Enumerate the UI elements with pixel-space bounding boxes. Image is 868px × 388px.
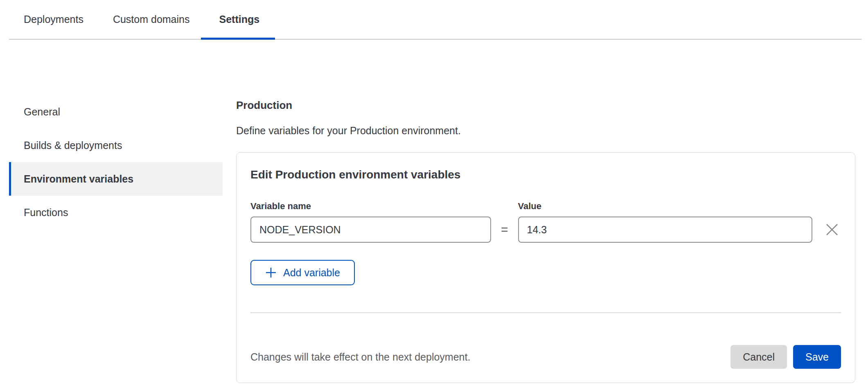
top-tab-bar: Deployments Custom domains Settings <box>9 0 861 40</box>
save-button[interactable]: Save <box>793 345 841 369</box>
card-title: Edit Production environment variables <box>250 168 841 181</box>
tab-deployments[interactable]: Deployments <box>11 0 96 39</box>
footer-note: Changes will take effect on the next dep… <box>250 351 470 363</box>
cancel-button[interactable]: Cancel <box>730 345 787 369</box>
section-title: Production <box>236 99 855 112</box>
pages-project-settings-page: Deployments Custom domains Settings Gene… <box>0 0 868 383</box>
settings-content: General Builds & deployments Environment… <box>0 40 868 383</box>
sidebar-item-functions[interactable]: Functions <box>9 196 223 229</box>
environment-variables-panel: Production Define variables for your Pro… <box>236 95 855 383</box>
tab-settings[interactable]: Settings <box>207 0 272 39</box>
sidebar-item-general-label: General <box>24 106 60 118</box>
remove-variable-button[interactable] <box>823 217 841 243</box>
plus-icon <box>265 267 277 278</box>
value-label: Value <box>518 201 812 212</box>
sidebar-item-builds-deployments[interactable]: Builds & deployments <box>9 129 223 162</box>
variable-name-input[interactable] <box>250 217 491 243</box>
value-input[interactable] <box>518 217 812 243</box>
edit-environment-variables-card: Edit Production environment variables Va… <box>236 152 855 383</box>
tab-deployments-label: Deployments <box>24 14 83 25</box>
sidebar-item-functions-label: Functions <box>24 207 68 219</box>
close-icon <box>825 223 839 237</box>
sidebar-item-environment-variables[interactable]: Environment variables <box>9 162 223 196</box>
variable-name-field: Variable name <box>250 201 491 243</box>
sidebar-item-builds-deployments-label: Builds & deployments <box>24 140 122 151</box>
section-description: Define variables for your Production env… <box>236 125 855 137</box>
add-variable-button[interactable]: Add variable <box>250 260 355 285</box>
card-divider <box>250 312 841 313</box>
active-tab-underline <box>201 38 275 40</box>
equals-sign: = <box>491 217 518 243</box>
card-footer: Changes will take effect on the next dep… <box>250 345 841 369</box>
sidebar-item-general[interactable]: General <box>9 95 223 129</box>
variable-value-field: Value <box>518 201 812 243</box>
tab-settings-label: Settings <box>219 14 259 25</box>
tab-custom-domains[interactable]: Custom domains <box>101 0 202 39</box>
tab-custom-domains-label: Custom domains <box>113 14 190 25</box>
settings-sidebar: General Builds & deployments Environment… <box>9 95 223 229</box>
footer-actions: Cancel Save <box>730 345 841 369</box>
sidebar-item-environment-variables-label: Environment variables <box>24 173 133 185</box>
variable-name-label: Variable name <box>250 201 491 212</box>
add-variable-label: Add variable <box>283 267 340 279</box>
variable-row: Variable name = Value <box>250 201 841 243</box>
